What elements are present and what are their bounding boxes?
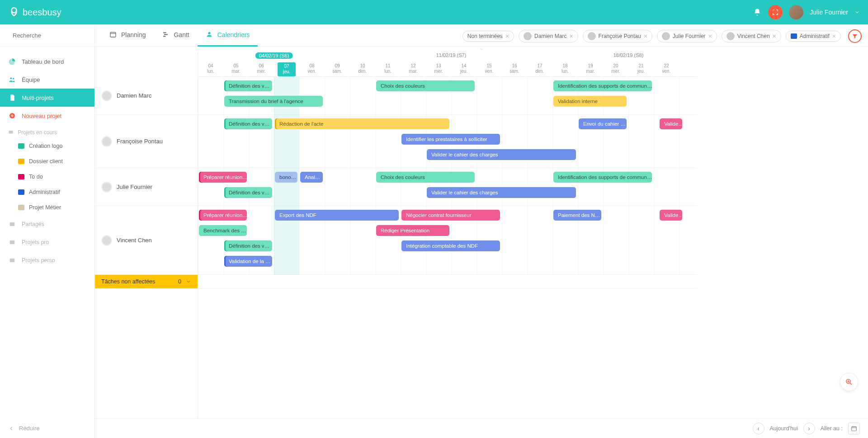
filter-chip-person[interactable]: Vincent Chen× <box>722 30 781 42</box>
day-label[interactable]: 22ven. <box>657 62 675 74</box>
filter-chip-status[interactable]: Non terminées× <box>462 31 514 42</box>
task-bar[interactable]: Préparer réunion… <box>199 210 247 221</box>
task-bar[interactable]: Identifier les prestataires à solliciter <box>401 134 500 145</box>
project-item[interactable]: Création logo <box>0 138 94 154</box>
week-header: 04/02/19 (S6)11/02/19 (S7)18/02/19 (S8) <box>198 52 697 62</box>
day-label[interactable]: 14jeu. <box>455 62 473 74</box>
task-bar[interactable]: Benchmark des … <box>199 225 247 236</box>
filter-chip-project[interactable]: Administratif× <box>786 31 841 42</box>
sidebar-perso[interactable]: Projets perso <box>0 251 94 269</box>
day-label[interactable]: 04lun. <box>202 62 220 74</box>
task-bar[interactable]: bono… <box>275 172 297 183</box>
remove-chip-icon[interactable]: × <box>773 33 776 39</box>
task-bar[interactable]: Export des NDF <box>275 210 399 221</box>
chevron-down-icon[interactable] <box>854 9 860 15</box>
day-label[interactable]: 13mer. <box>429 62 448 74</box>
person-row-label[interactable]: Vincent Chen <box>95 206 198 275</box>
task-bar[interactable]: Validation interne <box>553 96 627 107</box>
task-bar[interactable]: Identification des supports de commun… <box>553 80 652 91</box>
bell-icon[interactable] <box>753 8 762 17</box>
task-bar[interactable]: Choix des couleurs <box>376 80 475 91</box>
day-label[interactable]: 10dim. <box>354 62 372 74</box>
project-item[interactable]: To do <box>0 169 94 184</box>
filter-button[interactable] <box>848 29 862 43</box>
day-label[interactable]: 07jeu. <box>278 62 296 76</box>
search-row[interactable] <box>0 24 94 47</box>
task-bar[interactable]: Définition des v… <box>224 118 272 129</box>
sidebar-item-tableau-de-bord[interactable]: Tableau de bord <box>0 52 94 71</box>
task-bar[interactable]: Définition des v… <box>224 240 272 251</box>
filter-chip-person[interactable]: Françoise Pontau× <box>583 30 652 42</box>
sidebar-item-équipe[interactable]: Équipe <box>0 71 94 89</box>
svg-rect-12 <box>163 36 165 37</box>
sidebar-shared[interactable]: Partagés <box>0 215 94 233</box>
sidebar-item-multi-projets[interactable]: Multi-projets <box>0 89 94 107</box>
expand-handle[interactable] <box>95 47 868 52</box>
remove-chip-icon[interactable]: × <box>832 33 836 39</box>
user-avatar[interactable] <box>789 5 803 19</box>
day-label[interactable]: 09sam. <box>328 62 346 74</box>
task-bar[interactable]: Préparer réunion… <box>199 172 247 183</box>
remove-chip-icon[interactable]: × <box>708 33 712 39</box>
tab-calendriers[interactable]: Calendriers <box>198 24 258 47</box>
day-label[interactable]: 21jeu. <box>632 62 650 74</box>
project-list: Création logoDossier clientTo doAdminist… <box>0 138 94 215</box>
task-bar[interactable]: Valider le cahier des charges <box>427 187 576 198</box>
remove-chip-icon[interactable]: × <box>644 33 647 39</box>
task-bar[interactable]: Valide… <box>660 118 682 129</box>
user-name[interactable]: Julie Fournier <box>810 9 848 16</box>
filter-chip-person[interactable]: Damien Marc× <box>519 30 578 42</box>
day-label[interactable]: 11lun. <box>379 62 397 74</box>
task-bar[interactable]: Choix des couleurs <box>376 172 475 183</box>
search-input[interactable] <box>13 32 89 39</box>
task-bar[interactable]: Paiement des N… <box>553 210 601 221</box>
next-page-button[interactable]: › <box>803 423 815 434</box>
day-label[interactable]: 20mer. <box>607 62 625 74</box>
tab-gantt[interactable]: Gantt <box>154 24 198 47</box>
unassigned-row[interactable]: Tâches non affectées0 <box>95 275 198 288</box>
task-bar[interactable]: Anal… <box>300 172 323 183</box>
day-label[interactable]: 06mer. <box>252 62 270 74</box>
task-bar[interactable]: Rédiger Présentation <box>376 225 449 236</box>
day-label[interactable]: 15ven. <box>480 62 498 74</box>
brand-logo[interactable]: beesbusy <box>8 6 61 18</box>
person-row-label[interactable]: Françoise Pontau <box>95 115 198 168</box>
day-label[interactable]: 12mar. <box>404 62 422 74</box>
tab-planning[interactable]: Planning <box>101 24 154 47</box>
zoom-button[interactable] <box>840 373 858 391</box>
task-bar[interactable]: Envoi du cahier … <box>579 118 627 129</box>
person-row-label[interactable]: Julie Fournier <box>95 168 198 206</box>
task-bar[interactable]: Définition des v… <box>224 187 272 198</box>
task-bar[interactable]: Identification des supports de commun… <box>553 172 652 183</box>
project-item[interactable]: Administratif <box>0 184 94 200</box>
task-bar[interactable]: Négocier contrat fournisseur <box>401 210 500 221</box>
project-item[interactable]: Projet Métier <box>0 200 94 215</box>
task-bar[interactable]: Validation de la … <box>224 256 272 267</box>
svg-point-3 <box>13 78 14 79</box>
remove-chip-icon[interactable]: × <box>569 33 573 39</box>
day-label[interactable]: 19mar. <box>581 62 599 74</box>
task-bar[interactable]: Valider le cahier des charges <box>427 149 576 160</box>
task-bar[interactable]: Valide… <box>660 210 682 221</box>
day-label[interactable]: 16sam. <box>505 62 524 74</box>
sidebar-item-nouveau-projet[interactable]: Nouveau projet <box>0 107 94 125</box>
today-button[interactable]: Aujourd'hui <box>770 425 798 432</box>
day-label[interactable]: 05mar. <box>227 62 245 74</box>
person-row-label[interactable]: Damien Marc <box>95 77 198 115</box>
day-label[interactable]: 17dim. <box>531 62 549 74</box>
day-label[interactable]: 18lun. <box>556 62 574 74</box>
day-label[interactable]: 08ven. <box>303 62 321 74</box>
timeline-scroll[interactable]: 04/02/19 (S6)11/02/19 (S7)18/02/19 (S8) … <box>198 52 868 418</box>
prev-page-button[interactable]: ‹ <box>753 423 764 434</box>
collapse-sidebar[interactable]: Réduire <box>0 419 94 438</box>
goto-calendar-button[interactable] <box>848 423 860 434</box>
sidebar-pro[interactable]: Projets pro <box>0 233 94 251</box>
remove-chip-icon[interactable]: × <box>505 33 509 39</box>
task-bar[interactable]: Définition des v… <box>224 80 272 91</box>
task-bar[interactable]: Transmission du brief à l'agence <box>224 96 323 107</box>
task-bar[interactable]: Rédaction de l'acte <box>275 118 449 129</box>
filter-chip-person[interactable]: Julie Fournier× <box>657 30 717 42</box>
task-bar[interactable]: Intégration comptable des NDF <box>401 240 500 251</box>
fullscreen-button[interactable] <box>768 5 783 19</box>
project-item[interactable]: Dossier client <box>0 154 94 169</box>
